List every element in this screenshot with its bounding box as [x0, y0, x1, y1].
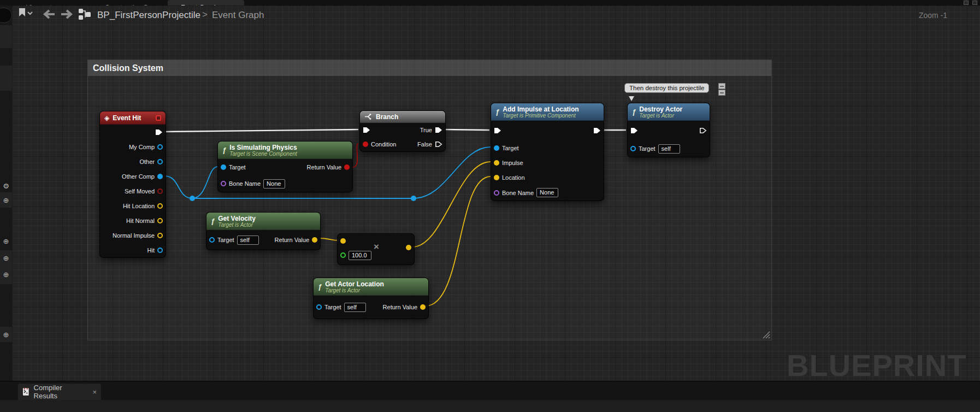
pin-vector-in[interactable] — [340, 238, 346, 244]
exec-false-pin[interactable] — [435, 141, 442, 148]
add-icon[interactable]: ⊕ — [0, 197, 12, 204]
node-title: Branch — [376, 113, 398, 121]
blueprint-watermark: BLUEPRINT — [787, 348, 956, 383]
exec-in-pin[interactable] — [363, 127, 370, 133]
target-input[interactable]: self — [344, 303, 366, 312]
pin-location[interactable] — [494, 175, 499, 180]
exec-true-pin[interactable] — [435, 127, 442, 133]
pin-other-comp[interactable] — [157, 174, 163, 179]
pin-hit[interactable] — [157, 248, 163, 253]
pin-return-value[interactable] — [312, 237, 317, 243]
add-icon[interactable]: ⊕ — [0, 255, 12, 262]
branch-icon — [364, 113, 373, 120]
close-icon[interactable]: × — [92, 388, 97, 396]
tab-construction-script[interactable]: Construction Scr... — [92, 0, 163, 5]
pin-return-value[interactable] — [420, 304, 426, 310]
target-input[interactable]: self — [658, 144, 680, 154]
add-icon[interactable]: ⊕ — [0, 331, 12, 338]
node-branch[interactable]: Branch True Condition False — [359, 110, 446, 152]
tab-viewport[interactable]: Viewport — [13, 0, 56, 5]
pin-other[interactable] — [157, 159, 163, 164]
pin-self-moved[interactable] — [157, 189, 163, 194]
pin-float-in[interactable] — [340, 252, 346, 258]
exec-in-pin[interactable] — [494, 127, 501, 134]
collapsed-panel-handle[interactable] — [0, 8, 12, 23]
exec-out-pin[interactable] — [155, 129, 163, 136]
close-icon[interactable]: × — [226, 4, 230, 5]
graph-icon — [78, 8, 91, 20]
breadcrumb-asset-name[interactable]: BP_FirstPersonProjectile — [97, 10, 200, 21]
pin-bone-name[interactable] — [494, 190, 499, 196]
bookmark-icon[interactable] — [18, 8, 27, 17]
pin-return-value[interactable] — [344, 164, 350, 170]
exec-out-pin[interactable] — [699, 127, 707, 134]
pin-hit-location[interactable] — [157, 203, 163, 209]
pin-label: Return Value — [275, 237, 309, 243]
pin-target[interactable] — [630, 146, 636, 151]
node-get-velocity[interactable]: ƒ Get Velocity Target is Actor Target se… — [206, 212, 321, 250]
comment-title[interactable]: Collision System — [88, 60, 771, 76]
node-is-simulating-physics[interactable]: ƒ Is Simulating Physics Target is Scene … — [217, 141, 353, 192]
bubble-text[interactable]: Then destroy this projectile — [624, 83, 709, 93]
pin-label: Hit — [147, 247, 155, 254]
pin-target[interactable] — [316, 304, 322, 310]
gear-icon[interactable]: ⚙ — [0, 183, 12, 190]
float-input[interactable]: 100.0 — [349, 251, 371, 260]
tab-label: Viewport — [26, 4, 51, 5]
compiler-results-content — [0, 400, 980, 412]
target-input[interactable]: self — [237, 236, 259, 245]
pin-condition[interactable] — [363, 142, 368, 147]
bone-name-input[interactable]: None — [263, 179, 285, 189]
window-corner-icon[interactable] — [964, 1, 969, 5]
pin-label: Target — [324, 304, 341, 310]
add-icon[interactable]: ⊕ — [0, 238, 12, 245]
function-icon: ƒ — [318, 282, 322, 291]
node-header: ◈ Event Hit — [100, 111, 166, 125]
back-arrow-icon[interactable] — [42, 9, 56, 20]
graph-toolbar: BP_FirstPersonProjectile > Event Graph Z… — [0, 5, 980, 26]
node-destroy-actor[interactable]: ƒ Destroy Actor Target is Actor Target s… — [627, 103, 710, 157]
node-comment-bubble[interactable]: Then destroy this projectile — [624, 83, 709, 93]
tab-compiler-results[interactable]: Compiler Results × — [18, 384, 101, 400]
bubble-pin-icon[interactable] — [718, 83, 725, 96]
pin-label: True — [420, 127, 432, 133]
node-header: ƒ Add Impulse at Location Target is Prim… — [491, 103, 604, 121]
comment-box-collision-system[interactable]: Collision System — [87, 60, 772, 340]
pin-target[interactable] — [209, 237, 215, 243]
pin-my-comp[interactable] — [157, 144, 163, 150]
resize-grip-icon[interactable] — [763, 331, 770, 339]
pin-hit-normal[interactable] — [157, 218, 163, 223]
node-get-actor-location[interactable]: ƒ Get Actor Location Target is Actor Tar… — [313, 278, 429, 319]
pin-label: Hit Location — [123, 203, 155, 209]
node-title: Get Actor Location — [325, 280, 384, 288]
node-event-hit[interactable]: ◈ Event Hit My Comp Other Other Comp Sel… — [99, 111, 166, 258]
tab-event-graph[interactable]: Event Graph × — [168, 0, 244, 5]
window-corner-icon[interactable] — [972, 1, 977, 5]
document-tab-bar: Viewport Construction Scr... Event Graph… — [0, 0, 980, 5]
node-subtitle: Target is Actor — [639, 113, 682, 119]
function-icon: ƒ — [495, 108, 499, 116]
add-icon[interactable]: ⊕ — [0, 271, 12, 278]
pin-label: Target — [639, 145, 656, 152]
pin-label: Normal Impulse — [113, 232, 155, 239]
exec-out-pin[interactable] — [593, 127, 601, 134]
chevron-down-icon[interactable] — [27, 11, 33, 16]
pin-target[interactable] — [221, 164, 226, 170]
exec-in-pin[interactable] — [630, 127, 638, 134]
pin-label: Other — [139, 158, 155, 165]
function-icon: ƒ — [211, 217, 215, 225]
dock-block — [0, 66, 12, 91]
tab-label: Event Graph — [181, 4, 217, 5]
pin-bone-name[interactable] — [221, 181, 226, 186]
pin-impulse[interactable] — [494, 160, 499, 166]
forward-arrow-icon[interactable] — [60, 9, 74, 20]
pin-target[interactable] — [494, 145, 499, 151]
pin-normal-impulse[interactable] — [157, 233, 163, 238]
node-add-impulse-at-location[interactable]: ƒ Add Impulse at Location Target is Prim… — [491, 103, 604, 201]
node-multiply[interactable]: 100.0 × — [337, 233, 415, 265]
breadcrumb-current[interactable]: Event Graph — [212, 10, 264, 21]
node-title: Get Velocity — [218, 215, 256, 222]
bone-name-input[interactable]: None — [536, 188, 558, 197]
pin-result-out[interactable] — [406, 245, 411, 250]
node-header: ƒ Get Actor Location Target is Actor — [314, 278, 428, 296]
